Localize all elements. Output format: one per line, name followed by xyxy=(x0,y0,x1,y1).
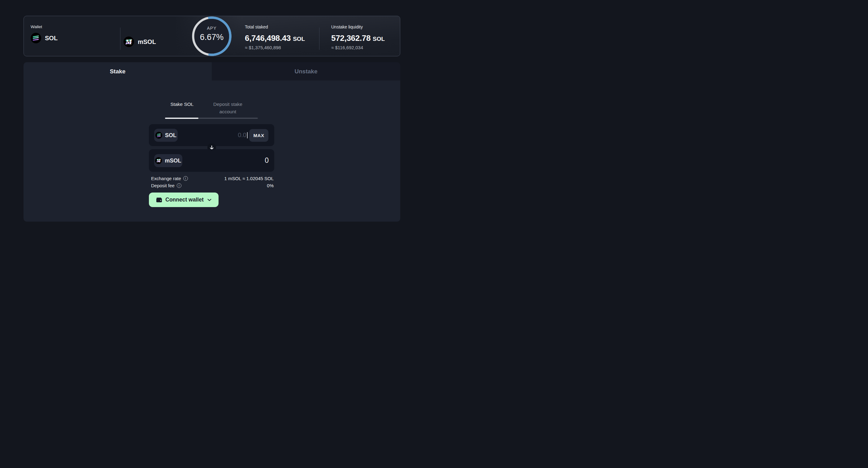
msol-output-value: 0 xyxy=(217,149,269,172)
msol-chip-symbol: mSOL xyxy=(165,158,181,164)
wallet-sol-balance: SOL xyxy=(31,33,58,43)
total-staked-label: Total staked xyxy=(245,25,305,29)
exchange-rate-value: 1 mSOL ≈ 1.02045 SOL xyxy=(224,176,274,181)
stake-amount-input[interactable] xyxy=(204,124,246,146)
connect-wallet-button[interactable]: Connect wallet xyxy=(149,192,219,207)
total-staked-usd: ≈ $1,375,460,898 xyxy=(245,44,305,51)
connect-wallet-label: Connect wallet xyxy=(165,196,204,203)
subtab-deposit-stake-account[interactable]: Deposit stake account xyxy=(205,101,251,116)
unstake-liquidity-unit: SOL xyxy=(373,36,385,42)
deposit-fee-label: Deposit fee xyxy=(151,183,181,188)
wallet-sol-symbol: SOL xyxy=(45,35,58,42)
wallet-section: Wallet SOL xyxy=(31,25,58,43)
apy-ring: APY 6.67% xyxy=(192,17,231,56)
subtab-track xyxy=(165,118,258,119)
unstake-liquidity-label: Unstake liquidity xyxy=(331,25,385,29)
sol-icon xyxy=(31,33,41,43)
msol-token-chip[interactable]: M mSOL xyxy=(154,154,182,167)
deposit-fee-row: Deposit fee 0% xyxy=(151,182,274,189)
subtab-active-indicator xyxy=(165,118,198,119)
apy-label: APY xyxy=(192,26,231,31)
text-caret xyxy=(247,132,248,138)
tab-unstake[interactable]: Unstake xyxy=(212,62,400,81)
unstake-liquidity-value: 572,362.78 SOL xyxy=(331,32,385,44)
exchange-rate-row: Exchange rate 1 mSOL ≈ 1.02045 SOL xyxy=(151,175,274,182)
info-icon[interactable] xyxy=(177,183,181,188)
max-button[interactable]: MAX xyxy=(249,129,269,142)
msol-icon: M xyxy=(155,157,162,164)
tab-stake[interactable]: Stake xyxy=(24,62,212,81)
sol-token-chip[interactable]: SOL xyxy=(154,129,178,142)
chevron-down-icon xyxy=(208,199,211,201)
subtab-stake-sol[interactable]: Stake SOL xyxy=(165,101,199,108)
total-staked-section: Total staked 6,746,498.43 SOL ≈ $1,375,4… xyxy=(245,25,305,51)
unstake-liquidity-usd: ≈ $116,692,034 xyxy=(331,44,385,51)
header-divider xyxy=(319,28,319,50)
header-divider xyxy=(120,28,120,50)
msol-icon: M xyxy=(124,36,134,47)
unstake-liquidity-section: Unstake liquidity 572,362.78 SOL ≈ $116,… xyxy=(331,25,385,51)
wallet-msol-symbol: mSOL xyxy=(138,38,156,45)
total-staked-unit: SOL xyxy=(293,36,305,42)
exchange-rate-label: Exchange rate xyxy=(151,176,188,181)
total-staked-value: 6,746,498.43 SOL xyxy=(245,32,305,44)
wallet-icon xyxy=(156,197,162,203)
deposit-fee-value: 0% xyxy=(267,183,274,188)
wallet-label: Wallet xyxy=(31,25,58,29)
apy-value: 6.67% xyxy=(192,32,231,42)
sol-chip-symbol: SOL xyxy=(165,132,177,139)
wallet-msol-balance: M mSOL xyxy=(124,36,156,47)
info-icon[interactable] xyxy=(183,176,188,181)
sol-icon xyxy=(155,132,162,139)
